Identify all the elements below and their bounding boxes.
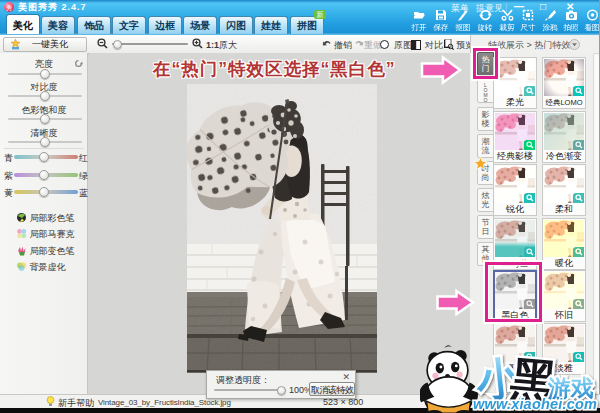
svg-text:www.xiaohei.com: www.xiaohei.com xyxy=(473,396,597,412)
